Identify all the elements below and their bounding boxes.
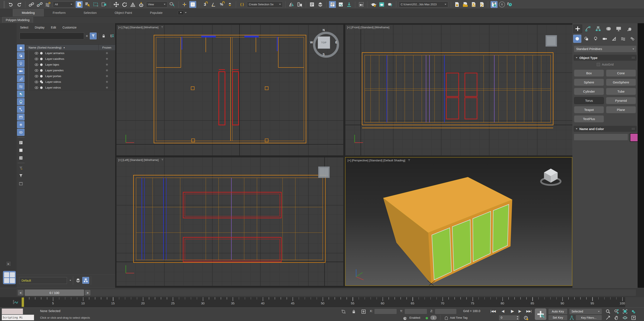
- select-object-button[interactable]: [76, 1, 82, 8]
- redo-icon[interactable]: [16, 1, 22, 8]
- viewport-label-text[interactable]: [+] [Front] [Standard] [Wireframe]: [347, 26, 390, 29]
- rollout-grip-icon[interactable]: [632, 128, 634, 130]
- layer-name[interactable]: Layer:vidros: [46, 80, 98, 83]
- viewport-left-label[interactable]: [+] [Left] [Standard] [Wireframe]: [118, 158, 164, 161]
- filter-groups-icon[interactable]: [17, 90, 24, 98]
- funnel-icon[interactable]: [17, 172, 24, 179]
- viewport-front-label[interactable]: [+] [Front] [Standard] [Wireframe]: [347, 26, 390, 29]
- time-slider-track[interactable]: [17, 289, 636, 296]
- previous-frame-button[interactable]: ◀|: [502, 309, 504, 313]
- create-tab[interactable]: [573, 24, 582, 33]
- viewport-top[interactable]: [+] [Top] [Standard] [Wireframe]: [116, 24, 343, 156]
- cameras-category-icon[interactable]: [601, 35, 609, 43]
- tube-button[interactable]: Tube: [606, 88, 636, 95]
- layer-name[interactable]: Layer:paredes: [45, 69, 98, 72]
- undo-icon[interactable]: [8, 1, 14, 8]
- spinner-snap-toggle-icon[interactable]: [226, 1, 233, 8]
- toggle-scene-explorer-icon[interactable]: [308, 1, 316, 8]
- object-type-rollout-header[interactable]: Object Type: [574, 55, 637, 61]
- frozen-toggle[interactable]: [98, 69, 115, 72]
- menu-display[interactable]: Display: [35, 26, 44, 29]
- teapot-button[interactable]: Teapot: [574, 106, 604, 113]
- material-editor-icon[interactable]: [358, 1, 365, 8]
- go-to-start-button[interactable]: |◀◀: [490, 309, 496, 313]
- layer-name[interactable]: Layer:portas: [45, 74, 98, 78]
- layer-dot-icon[interactable]: [40, 69, 43, 72]
- viewport-left[interactable]: [+] [Left] [Standard] [Wireframe]: [116, 157, 343, 286]
- previous-frame-button[interactable]: <: [18, 290, 24, 296]
- revert-to-autosave-icon[interactable]: [506, 1, 513, 8]
- viewport-front[interactable]: [+] [Front] [Standard] [Wireframe]: [345, 24, 572, 156]
- primitive-category-dropdown[interactable]: Standard Primitives: [574, 46, 636, 52]
- layer-row[interactable]: Layer:lajes: [26, 62, 115, 68]
- eye-icon[interactable]: [34, 57, 38, 60]
- layer-row[interactable]: Layer:vidros: [26, 85, 115, 91]
- project-folder-icon[interactable]: [462, 1, 469, 8]
- key-filters-button[interactable]: Key Filters...: [576, 315, 602, 320]
- polygon-modeling-panel-tab[interactable]: Polygon Modeling: [2, 17, 33, 23]
- track-bar[interactable]: 0 5 10 15 20 25 30 35 40 45 50 55 60 65 …: [0, 297, 644, 308]
- curve-editor-icon[interactable]: [337, 1, 344, 8]
- clear-search-icon[interactable]: ×: [86, 34, 88, 38]
- schematic-view-icon[interactable]: [346, 1, 352, 8]
- set-keys-button[interactable]: [535, 309, 546, 320]
- shapes-category-icon[interactable]: [582, 35, 590, 43]
- key-set-selector-dropdown[interactable]: Selected: [569, 309, 602, 314]
- field-of-view-icon[interactable]: [605, 315, 611, 321]
- auto-key-button[interactable]: Auto Key: [548, 309, 567, 314]
- select-by-name-icon[interactable]: [84, 1, 91, 8]
- per-view-filter-icon[interactable]: [408, 159, 411, 162]
- project-structure-icon[interactable]: [470, 1, 477, 8]
- tab-selection[interactable]: Selection: [75, 9, 106, 16]
- menu-select[interactable]: Select: [20, 26, 28, 29]
- frame-number-field[interactable]: 0: [499, 315, 520, 320]
- viewcube-left[interactable]: [318, 166, 330, 178]
- time-slider-marker[interactable]: [22, 297, 24, 307]
- z-coordinate-field[interactable]: [435, 309, 456, 314]
- frozen-toggle[interactable]: [98, 86, 115, 89]
- eye-icon[interactable]: [34, 75, 38, 78]
- select-and-rotate-icon[interactable]: [121, 1, 128, 8]
- maximize-viewport-toggle-icon[interactable]: [630, 315, 637, 321]
- expand-hierarchy-icon[interactable]: [109, 32, 116, 39]
- zoom-extents-all-icon[interactable]: [630, 308, 637, 315]
- compass-north[interactable]: N: [323, 28, 325, 32]
- compass-west[interactable]: W: [310, 41, 313, 44]
- rectangular-selection-region-icon[interactable]: [92, 1, 99, 8]
- top-view-drawing[interactable]: [116, 24, 343, 156]
- box-button[interactable]: Box: [574, 70, 604, 77]
- render-setup-icon[interactable]: [370, 1, 377, 8]
- filter-lights-icon[interactable]: [17, 60, 24, 67]
- align-icon[interactable]: [296, 1, 303, 8]
- left-view-drawing[interactable]: [116, 157, 343, 286]
- filter-all-icon[interactable]: [17, 44, 24, 51]
- tab-populate[interactable]: Populate: [141, 9, 172, 16]
- toggle-ribbon-button[interactable]: [329, 1, 336, 8]
- layer-dot-icon[interactable]: [40, 74, 43, 78]
- project-hierarchy-icon[interactable]: [478, 1, 485, 8]
- column-frozen-header[interactable]: Frozen: [98, 46, 115, 49]
- go-to-end-button[interactable]: ▶▶|: [526, 309, 532, 313]
- eye-icon[interactable]: [34, 69, 38, 72]
- tab-freeform[interactable]: Freeform: [44, 9, 75, 16]
- modify-tab[interactable]: [584, 24, 592, 33]
- column-name-header[interactable]: Name (Sorted Ascending): [28, 46, 62, 49]
- list-view-icon[interactable]: [17, 139, 24, 146]
- reference-coordinate-system-dropdown[interactable]: View: [146, 1, 168, 7]
- chevron-down-icon[interactable]: [70, 280, 71, 281]
- absolute-offset-mode-icon[interactable]: [360, 309, 367, 315]
- isolate-selection-icon[interactable]: [340, 309, 347, 315]
- select-and-scale-icon[interactable]: [130, 1, 136, 8]
- angle-snap-toggle-icon[interactable]: [210, 1, 217, 8]
- viewcube-compass[interactable]: N E S W TOP: [310, 29, 337, 56]
- torus-button[interactable]: Torus: [574, 97, 604, 104]
- basket-icon[interactable]: [17, 180, 24, 187]
- selection-filter-dropdown[interactable]: All: [53, 1, 74, 7]
- zoom-all-icon[interactable]: [613, 308, 620, 315]
- select-and-move-icon[interactable]: [113, 1, 120, 8]
- filter-containers-icon[interactable]: [17, 98, 24, 105]
- layer-row[interactable]: Layer:armarios: [26, 50, 115, 56]
- time-configuration-icon[interactable]: [523, 315, 529, 321]
- perspective-3d-model[interactable]: [346, 158, 572, 286]
- window-crossing-toggle-icon[interactable]: [101, 1, 108, 8]
